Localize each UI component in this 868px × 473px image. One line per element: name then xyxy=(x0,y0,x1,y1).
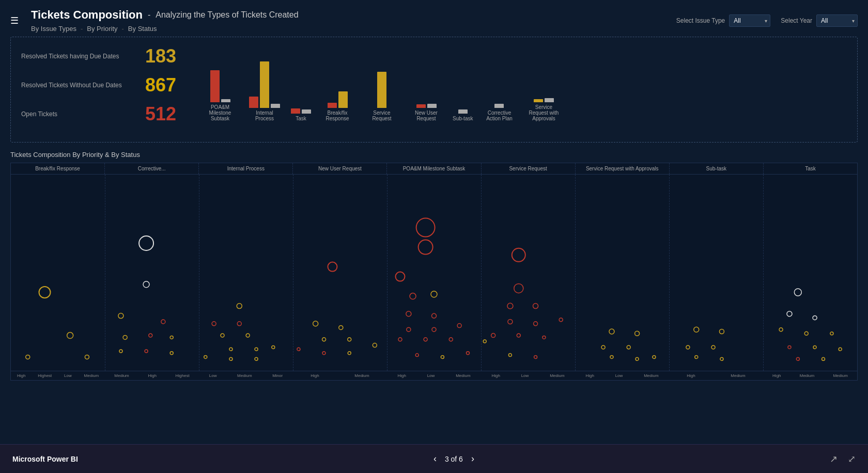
page-next-button[interactable]: › xyxy=(471,453,474,464)
bar-poam-gray xyxy=(221,99,230,102)
bubble xyxy=(686,345,690,349)
bubble xyxy=(610,355,613,358)
bar-label-subtask: Sub-task xyxy=(453,116,473,121)
bubble xyxy=(229,348,233,351)
bar-service-approvals-gold xyxy=(534,99,543,102)
bar-group-newuser: New User Request xyxy=(408,51,444,121)
bubble xyxy=(788,345,791,349)
bubble xyxy=(491,334,495,338)
nav-by-priority[interactable]: By Priority xyxy=(87,25,117,33)
bubble xyxy=(322,338,326,341)
issue-type-control: Select Issue Type All xyxy=(676,14,771,27)
bubble xyxy=(407,327,411,332)
scatter-col-header-breakfix: Break/fix Response xyxy=(11,163,105,174)
bubble xyxy=(246,334,250,337)
bubble xyxy=(694,327,699,332)
issue-type-select[interactable]: All xyxy=(729,14,770,27)
nav-by-status[interactable]: By Status xyxy=(128,25,157,33)
stat-value-open: 512 xyxy=(145,103,187,125)
bar-task-gray xyxy=(302,109,311,114)
bubble xyxy=(559,318,563,322)
x-label: High xyxy=(17,373,25,378)
x-label: Medium xyxy=(354,373,369,378)
year-select[interactable]: All xyxy=(816,14,858,27)
bar-label-task: Task xyxy=(296,116,306,121)
x-label: High xyxy=(397,373,406,378)
bubble xyxy=(395,272,405,281)
bubble xyxy=(410,293,416,299)
bubble xyxy=(212,322,216,326)
scatter-col-header-subtask: Sub-task xyxy=(670,163,764,174)
scatter-col-header-service: Service Request xyxy=(482,163,576,174)
bubble xyxy=(139,236,153,250)
bar-group-service-approvals: Service Request with Approvals xyxy=(525,45,562,121)
bubble xyxy=(636,357,639,360)
bubble xyxy=(272,345,275,349)
issue-type-label: Select Issue Type xyxy=(676,17,725,24)
share-icon[interactable]: ↗ xyxy=(830,453,838,465)
x-axis-newuser: High Medium xyxy=(293,373,387,378)
x-label: Medium xyxy=(731,373,745,378)
bubble xyxy=(779,328,783,332)
bubble xyxy=(348,338,351,341)
bubble xyxy=(237,304,242,309)
bubble xyxy=(143,281,149,288)
bubble xyxy=(297,348,300,351)
bubble xyxy=(517,334,520,337)
bar-group-corrective: Corrective Action Plan xyxy=(481,51,517,121)
x-axis-breakfix: High Highest Low Medium xyxy=(11,373,105,378)
bubble xyxy=(145,350,148,353)
bar-newuser-red xyxy=(416,104,426,108)
stat-label-resolved-with-due: Resolved Tickets having Due Dates xyxy=(21,53,135,60)
menu-icon[interactable]: ☰ xyxy=(10,15,19,26)
page-title-bold: Tickets Composition xyxy=(31,8,143,22)
x-label: Medium xyxy=(237,373,252,378)
bar-internal-red xyxy=(249,97,258,108)
nav-links: By Issue Types - By Priority - By Status xyxy=(31,25,668,33)
x-label: Medium xyxy=(84,373,99,378)
bubble xyxy=(787,311,792,317)
bar-corrective-gray xyxy=(494,104,504,108)
bar-label-breakfix: Break/fix Response xyxy=(319,110,355,121)
bubble xyxy=(237,322,241,326)
nav-by-issue-types[interactable]: By Issue Types xyxy=(31,25,76,33)
bubble xyxy=(601,345,605,349)
x-label: High xyxy=(585,373,594,378)
bar-group-task: Task xyxy=(291,57,311,121)
bubble xyxy=(635,331,640,336)
bubble xyxy=(449,338,453,341)
page-indicator: 3 of 6 xyxy=(445,455,463,463)
x-axis-task: High Medium Medium xyxy=(763,373,857,378)
stat-value-resolved-with-due: 183 xyxy=(145,45,187,67)
page-navigation: ‹ 3 of 6 › xyxy=(433,453,474,464)
bubble xyxy=(653,355,656,358)
scatter-body xyxy=(11,175,857,371)
expand-icon[interactable]: ⤢ xyxy=(848,453,856,465)
x-label: High xyxy=(687,373,695,378)
bubble xyxy=(542,336,546,339)
stat-row-resolved-without-due: Resolved Tickets Without Due Dates 867 xyxy=(21,74,187,96)
stat-row-resolved-with-due: Resolved Tickets having Due Dates 183 xyxy=(21,45,187,67)
x-label: Medium xyxy=(833,373,847,378)
nav-sep-1: - xyxy=(81,25,83,33)
bubble xyxy=(431,291,437,297)
bubble xyxy=(398,338,402,341)
bubble xyxy=(514,283,523,293)
bubble xyxy=(67,333,73,339)
bar-internal-gold xyxy=(260,61,269,108)
year-select-wrapper[interactable]: All xyxy=(816,14,858,27)
bubble xyxy=(796,357,799,360)
bar-service-approvals-gray xyxy=(545,98,554,102)
issue-type-select-wrapper[interactable]: All xyxy=(729,14,770,27)
bar-group-poam: POA&M Milestone Subtask xyxy=(202,45,238,121)
bubble xyxy=(813,345,816,349)
x-axis-internal: Low Medium Minor xyxy=(199,373,293,378)
scatter-section-title: Tickets Composition By Priority & By Sta… xyxy=(0,149,868,163)
bubble xyxy=(255,348,258,351)
bubble xyxy=(328,262,337,272)
bubble xyxy=(118,313,123,319)
stat-label-resolved-without-due: Resolved Tickets Without Due Dates xyxy=(21,82,135,89)
page-prev-button[interactable]: ‹ xyxy=(433,453,437,464)
bar-internal-gray xyxy=(271,104,280,108)
header: ☰ Tickets Composition - Analyzing the Ty… xyxy=(0,0,868,37)
